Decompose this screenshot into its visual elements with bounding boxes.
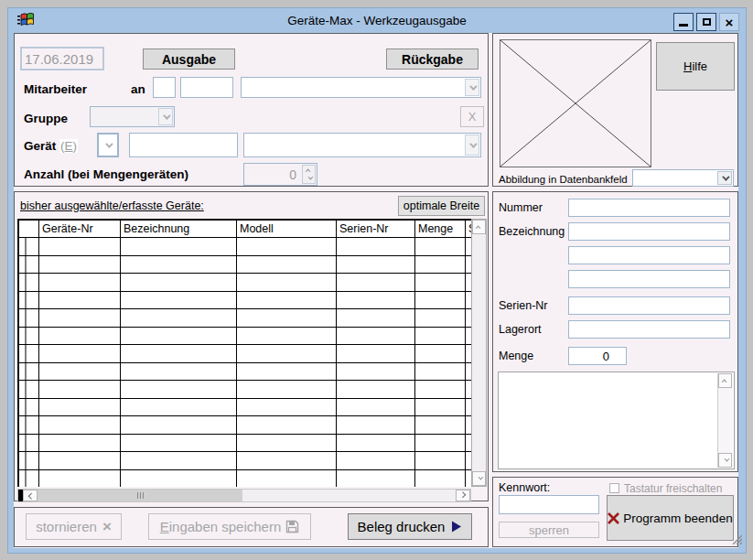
column-header[interactable]	[19, 221, 39, 238]
scroll-down-button[interactable]	[472, 471, 486, 486]
minimize-button[interactable]	[673, 13, 694, 31]
table-cell[interactable]	[415, 345, 466, 363]
hilfe-button[interactable]: Hilfe	[656, 42, 735, 91]
table-cell[interactable]	[39, 274, 121, 292]
table-row[interactable]	[19, 345, 472, 363]
mitarbeiter-combobox[interactable]	[241, 77, 481, 98]
table-cell[interactable]	[39, 398, 121, 416]
scrollbar-track[interactable]	[242, 490, 456, 501]
table-cell[interactable]	[337, 416, 415, 435]
bezeichnung-input-3[interactable]	[568, 270, 730, 288]
table-cell[interactable]	[415, 309, 466, 328]
programm-beenden-button[interactable]: Programm beenden	[607, 495, 734, 541]
table-cell[interactable]	[337, 309, 415, 328]
table-cell[interactable]	[415, 327, 466, 345]
table-cell[interactable]	[39, 434, 121, 452]
geraet-nr-input[interactable]	[129, 133, 238, 157]
serien-nr-input[interactable]	[568, 296, 730, 315]
table-cell[interactable]	[237, 381, 337, 399]
row-marker-cell[interactable]	[19, 309, 39, 328]
table-cell[interactable]	[415, 416, 466, 435]
table-row[interactable]	[19, 309, 472, 328]
table-cell[interactable]	[121, 362, 237, 381]
row-marker-cell[interactable]	[19, 434, 39, 452]
table-cell[interactable]	[337, 452, 415, 470]
table-cell[interactable]	[121, 291, 237, 309]
mitarbeiter-nr-input[interactable]	[153, 77, 176, 98]
abbildung-combobox[interactable]	[632, 169, 734, 187]
notes-vertical-scrollbar[interactable]	[717, 373, 733, 468]
table-cell[interactable]	[121, 398, 237, 416]
beleg-drucken-button[interactable]: Beleg drucken	[348, 513, 472, 540]
date-field[interactable]	[20, 47, 104, 70]
table-row[interactable]	[19, 469, 472, 487]
gruppe-dropdown-button[interactable]	[158, 108, 173, 125]
table-cell[interactable]	[39, 469, 121, 487]
gruppe-combobox[interactable]	[90, 106, 175, 127]
rueckgabe-button[interactable]: Rückgabe	[386, 48, 479, 70]
abbildung-dropdown-button[interactable]	[717, 171, 732, 185]
anzahl-spin-buttons[interactable]	[302, 165, 316, 184]
table-cell[interactable]	[121, 238, 237, 256]
table-cell[interactable]	[337, 291, 415, 309]
table-cell[interactable]	[39, 362, 121, 381]
notes-textarea[interactable]	[498, 372, 735, 469]
row-marker-cell[interactable]	[19, 398, 39, 416]
anzahl-spinner[interactable]: 0	[243, 163, 317, 186]
column-header[interactable]: Serien-Nr	[337, 221, 415, 238]
row-marker-cell[interactable]	[19, 327, 39, 345]
table-cell[interactable]	[337, 255, 415, 274]
scroll-up-button[interactable]	[472, 220, 486, 234]
table-cell[interactable]	[39, 255, 121, 274]
title-bar[interactable]: Geräte-Max - Werkzeugausgabe ×	[8, 8, 746, 33]
bezeichnung-input-1[interactable]	[568, 222, 730, 241]
table-cell[interactable]	[39, 309, 121, 328]
tastatur-checkbox[interactable]	[609, 483, 619, 493]
table-cell[interactable]	[121, 469, 237, 487]
table-cell[interactable]	[337, 381, 415, 399]
geraet-combobox[interactable]	[243, 133, 481, 157]
maximize-button[interactable]	[696, 13, 716, 31]
table-cell[interactable]	[415, 255, 466, 274]
close-button[interactable]: ×	[719, 13, 739, 31]
table-row[interactable]	[19, 291, 472, 309]
table-row[interactable]	[19, 238, 472, 256]
nummer-input[interactable]	[568, 199, 730, 217]
column-header[interactable]: Menge	[415, 221, 466, 238]
row-marker-cell[interactable]	[19, 362, 39, 381]
mitarbeiter-dropdown-button[interactable]	[465, 79, 479, 96]
table-cell[interactable]	[237, 398, 337, 416]
table-cell[interactable]	[39, 291, 121, 309]
table-row[interactable]	[19, 255, 472, 274]
row-marker-cell[interactable]	[19, 345, 39, 363]
table-cell[interactable]	[237, 434, 337, 452]
ausgabe-button[interactable]: Ausgabe	[143, 48, 235, 70]
table-cell[interactable]	[39, 452, 121, 470]
table-row[interactable]	[19, 362, 472, 381]
table-horizontal-scrollbar[interactable]	[17, 489, 471, 502]
table-row[interactable]	[19, 381, 472, 399]
column-header[interactable]: Modell	[237, 221, 337, 238]
table-cell[interactable]	[415, 274, 466, 292]
column-header[interactable]: Geräte-Nr	[39, 221, 121, 238]
table-cell[interactable]	[237, 327, 337, 345]
row-marker-cell[interactable]	[19, 452, 39, 470]
table-cell[interactable]	[39, 238, 121, 256]
table-row[interactable]	[19, 416, 472, 435]
scroll-right-button[interactable]	[456, 490, 470, 501]
table-cell[interactable]	[121, 434, 237, 452]
table-cell[interactable]	[415, 398, 466, 416]
table-cell[interactable]	[237, 274, 337, 292]
table-cell[interactable]	[415, 362, 466, 381]
column-header[interactable]: Bezeichnung	[121, 221, 237, 238]
table-row[interactable]	[19, 398, 472, 416]
table-cell[interactable]	[39, 381, 121, 399]
table-cell[interactable]	[121, 255, 237, 274]
table-cell[interactable]	[415, 238, 466, 256]
lagerort-input[interactable]	[568, 320, 730, 339]
clear-group-button[interactable]: X	[460, 106, 484, 127]
table-cell[interactable]	[337, 434, 415, 452]
table-cell[interactable]	[337, 345, 415, 363]
scroll-left-button[interactable]	[23, 490, 38, 501]
mitarbeiter-code-input[interactable]	[180, 77, 233, 98]
